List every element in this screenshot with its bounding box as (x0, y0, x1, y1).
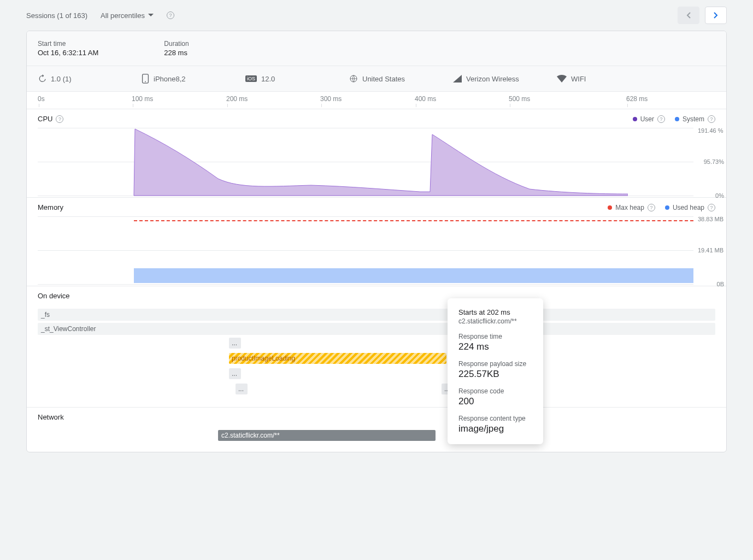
network-title: Network (38, 413, 64, 421)
session-header: Start time Oct 16, 6:32:11 AM Duration 2… (27, 31, 726, 66)
cpu-title: CPU (38, 115, 52, 123)
wifi-icon (557, 75, 567, 82)
start-time-value: Oct 16, 6:32:11 AM (38, 49, 98, 57)
mem-ylabel-1: 19.41 MB (698, 247, 724, 254)
trace-segment[interactable]: ... (229, 338, 241, 349)
trace-row-viewcontroller[interactable]: _st_ViewController (38, 323, 715, 335)
tooltip-payload-label: Response payload size (458, 360, 532, 368)
network-segment[interactable]: c2.staticflickr.com/** (218, 430, 436, 441)
tooltip-type-label: Response content type (458, 415, 532, 422)
tooltip-code-label: Response code (458, 387, 532, 395)
duration-label: Duration (164, 40, 189, 48)
start-time-label: Start time (38, 40, 98, 48)
memory-chart: 38.83 MB 19.41 MB 0B (27, 215, 726, 286)
sessions-counter: Sessions (1 of 163) (26, 11, 87, 20)
cpu-area-chart (38, 126, 628, 197)
chevron-left-icon (686, 12, 691, 19)
help-icon[interactable]: ? (708, 115, 715, 123)
memory-panel: Memory Max heap? Used heap? 38.83 MB 19.… (27, 198, 726, 286)
history-icon (38, 74, 46, 83)
country: United States (362, 75, 405, 83)
legend-user: User (640, 115, 654, 123)
tooltip-type-value: image/jpeg (458, 423, 532, 434)
network-tooltip: Starts at 202 ms c2.staticflickr.com/** … (448, 298, 543, 444)
signal-icon (453, 75, 462, 82)
help-icon[interactable]: ? (648, 204, 655, 211)
trace-productimage[interactable]: productImageLoading (229, 353, 446, 364)
tooltip-start: Starts at 202 ms (458, 308, 532, 316)
chevron-right-icon (714, 12, 718, 19)
cpu-ylabel-2: 0% (715, 192, 724, 199)
help-icon[interactable]: ? (708, 204, 715, 211)
legend-system: System (683, 115, 704, 123)
tooltip-payload-value: 225.57KB (458, 369, 532, 380)
percentiles-label: All percentiles (101, 11, 145, 20)
cpu-panel: CPU ? User? System? 191.46 % 95.73% 0% (27, 109, 726, 198)
tick-0: 0s (38, 95, 45, 107)
legend-max-heap: Max heap (615, 204, 644, 211)
device-info-bar: 1.0 (1) iPhone8,2 iOS 12.0 United States… (27, 66, 726, 92)
trace-segment[interactable]: ... (236, 384, 248, 394)
os-version: 12.0 (261, 75, 275, 83)
used-heap-area (134, 268, 693, 283)
network-type: WIFI (571, 75, 586, 83)
tooltip-url: c2.staticflickr.com/** (458, 317, 532, 325)
tooltip-rt-label: Response time (458, 333, 532, 340)
tick-5: 500 ms (509, 95, 530, 107)
help-icon[interactable]: ? (167, 11, 174, 19)
phone-icon (142, 74, 149, 84)
cpu-chart: 191.46 % 95.73% 0% (27, 126, 726, 197)
globe-icon (349, 74, 358, 83)
app-version: 1.0 (1) (51, 75, 72, 83)
cpu-ylabel-1: 95.73% (704, 158, 724, 165)
on-device-panel: On device _fs _st_ViewController ... pro… (27, 286, 726, 408)
tick-4: 400 ms (415, 95, 436, 107)
tick-6: 628 ms (626, 95, 648, 107)
on-device-title: On device (38, 292, 70, 300)
legend-used-heap: Used heap (673, 204, 704, 211)
prev-session-button[interactable] (678, 7, 699, 24)
trace-segment[interactable]: ... (229, 368, 241, 379)
carrier: Verizon Wireless (466, 75, 519, 83)
tick-3: 300 ms (320, 95, 342, 107)
help-icon[interactable]: ? (657, 115, 665, 123)
timeline-axis: 0s 100 ms 200 ms 300 ms 400 ms 500 ms 62… (27, 92, 726, 109)
ios-badge: iOS (245, 75, 257, 82)
chevron-down-icon (148, 14, 154, 17)
trace-row-fs[interactable]: _fs (38, 309, 715, 321)
device-model: iPhone8,2 (154, 75, 186, 83)
tooltip-rt-value: 224 ms (458, 341, 532, 352)
mem-ylabel-0: 38.83 MB (698, 216, 724, 222)
duration-value: 228 ms (164, 49, 189, 57)
memory-title: Memory (38, 203, 63, 211)
cpu-ylabel-0: 191.46 % (698, 127, 724, 134)
tick-2: 200 ms (226, 95, 248, 107)
svg-point-1 (145, 81, 146, 82)
percentiles-dropdown[interactable]: All percentiles (101, 11, 154, 20)
tick-1: 100 ms (132, 95, 153, 107)
max-heap-line (134, 220, 693, 221)
network-panel: Network c2.staticflickr.com/** Starts at… (27, 408, 726, 452)
next-session-button[interactable] (705, 7, 727, 24)
help-icon[interactable]: ? (56, 115, 63, 123)
tooltip-code-value: 200 (458, 396, 532, 407)
